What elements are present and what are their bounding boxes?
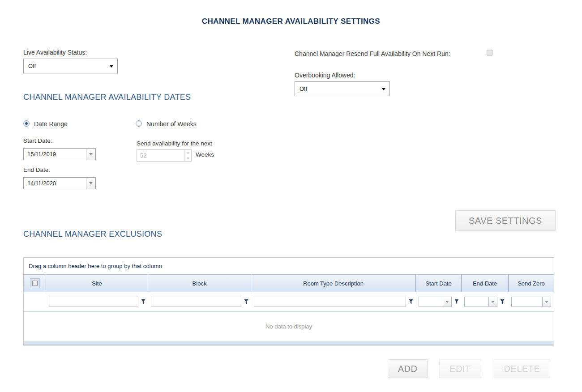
filter-input-block[interactable] [151,297,241,307]
filter-icon[interactable] [141,299,146,304]
chevron-down-icon [545,301,548,303]
column-header-end-date[interactable]: End Date [462,275,509,292]
grid-empty-message: No data to display [24,311,554,341]
overbooking-allowed-select[interactable]: Off [295,81,390,96]
add-button[interactable]: ADD [388,359,428,378]
select-all-header-cell [24,275,46,292]
filter-start-date-input[interactable] [419,297,443,307]
filter-icon[interactable] [500,299,505,304]
weeks-suffix-label: Weeks [196,151,214,158]
filter-cell-room-type [251,292,416,311]
exclusions-heading: CHANNEL MANAGER EXCLUSIONS [23,230,162,239]
end-date-dropdown-button[interactable] [86,178,95,189]
select-all-checkbox[interactable] [30,278,40,288]
start-date-picker: 15/11/2019 [23,148,96,160]
column-header-block[interactable]: Block [148,275,251,292]
grid-filter-row [24,292,554,311]
delete-button[interactable]: DELETE [494,359,550,378]
end-date-input[interactable]: 14/11/2020 [24,178,86,189]
column-header-send-zero[interactable]: Send Zero [509,275,554,292]
channel-manager-settings-page: CHANNEL MANAGER AVAILABILITY SETTINGS Li… [0,0,582,392]
chevron-down-icon [491,301,495,303]
number-of-weeks-radio[interactable] [136,120,142,127]
live-availability-status-value: Off [28,63,36,69]
arrow-down-icon [187,158,189,159]
filter-cell-send-zero [509,292,554,311]
overbooking-allowed-label: Overbooking Allowed: [295,72,355,79]
chevron-down-icon [110,65,113,68]
checkbox-icon [32,281,38,286]
availability-dates-heading: CHANNEL MANAGER AVAILABILITY DATES [23,93,191,102]
chevron-down-icon [89,153,93,155]
send-availability-label: Send availability for the next [137,140,212,147]
filter-end-date-combo [464,297,497,307]
column-header-start-date[interactable]: Start Date [416,275,462,292]
group-by-panel[interactable]: Drag a column header here to group by th… [24,258,554,274]
overbooking-allowed-value: Off [300,85,307,92]
filter-icon[interactable] [409,299,413,304]
filter-end-date-dropdown-button[interactable] [488,297,497,307]
filter-start-date-dropdown-button[interactable] [443,297,451,307]
edit-button[interactable]: EDIT [439,359,481,378]
date-range-radio[interactable] [23,120,30,127]
arrow-up-icon [187,152,189,153]
spinner-down-button[interactable] [185,156,191,162]
resend-full-availability-checkbox[interactable] [487,50,492,55]
chevron-down-icon [445,301,449,303]
filter-send-zero-dropdown-button[interactable] [542,297,551,307]
start-date-input[interactable]: 15/11/2019 [24,149,86,160]
grid-header-row: Site Block Room Type Description Start D… [24,274,554,292]
page-title: CHANNEL MANAGER AVAILABILITY SETTINGS [0,17,582,26]
column-header-site[interactable]: Site [46,275,148,292]
spinner-buttons [184,150,191,161]
filter-send-zero-combo [511,297,551,307]
chevron-down-icon [382,88,385,90]
filter-end-date-input[interactable] [465,297,488,307]
filter-cell-checkbox [24,292,46,311]
live-availability-status-select[interactable]: Off [23,59,118,73]
filter-input-site[interactable] [49,297,138,307]
resend-full-availability-label: Channel Manager Resend Full Availability… [295,50,450,57]
filter-input-room-type-description[interactable] [254,297,406,307]
chevron-down-icon [89,182,93,184]
filter-icon[interactable] [244,299,248,304]
start-date-label: Start Date: [23,137,52,144]
filter-cell-site [46,292,148,311]
filter-cell-start-date [416,292,462,311]
exclusions-grid: Drag a column header here to group by th… [23,257,554,345]
date-range-label: Date Range [34,120,68,128]
live-availability-status-label: Live Availability Status: [23,49,87,56]
filter-cell-block [148,292,251,311]
weeks-count-input[interactable] [137,150,184,161]
filter-cell-end-date [462,292,509,311]
weeks-count-spinner [137,149,192,162]
end-date-label: End Date: [23,166,50,173]
horizontal-scrollbar[interactable] [24,341,554,345]
save-settings-button[interactable]: SAVE SETTINGS [455,210,556,231]
filter-start-date-combo [419,297,452,307]
filter-icon[interactable] [454,299,459,304]
filter-send-zero-input[interactable] [512,297,542,307]
column-header-room-type-description[interactable]: Room Type Description [251,275,416,292]
start-date-dropdown-button[interactable] [86,149,95,160]
number-of-weeks-label: Number of Weeks [146,120,197,128]
group-by-hint: Drag a column header here to group by th… [29,263,162,269]
end-date-picker: 14/11/2020 [23,177,96,189]
spinner-up-button[interactable] [185,150,191,156]
